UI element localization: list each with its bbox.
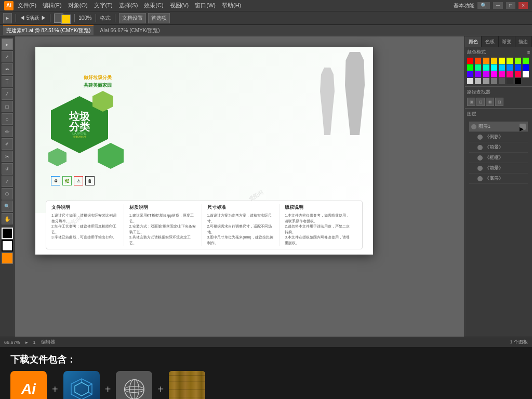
color-blue-medium[interactable] [515, 64, 521, 71]
doc-settings-btn[interactable]: 文档设置 [119, 13, 146, 23]
paintbrush-tool[interactable]: ✏ [2, 126, 13, 137]
color-swatch[interactable] [2, 252, 13, 264]
menu-text[interactable]: 文字(T) [94, 2, 113, 9]
layer-foreground-2[interactable]: 《前景》 [469, 163, 528, 174]
layer-1-eye[interactable] [471, 124, 476, 129]
pen-tool[interactable]: ✒ [2, 63, 13, 75]
color-blue[interactable] [523, 64, 529, 71]
color-purple[interactable] [483, 71, 489, 77]
rect-tool[interactable]: □ [2, 101, 13, 112]
menu-view[interactable]: 视图(V) [170, 2, 189, 9]
color-yellow[interactable] [499, 58, 505, 64]
color-blue-violet[interactable] [467, 71, 473, 77]
blend-tool[interactable]: ⬡ [2, 188, 13, 200]
distribute-btn[interactable]: ⊡ [495, 98, 503, 106]
menu-edit[interactable]: 编辑(E) [43, 2, 62, 9]
preferences-btn[interactable]: 首选项 [148, 13, 170, 23]
color-sky-blue[interactable] [499, 64, 505, 71]
maximize-btn[interactable]: □ [506, 2, 515, 9]
color-gray-dark[interactable] [499, 78, 505, 84]
direct-select-tool[interactable]: ↗ [2, 51, 13, 62]
color-cyan[interactable] [491, 64, 497, 71]
color-light-green[interactable] [515, 58, 521, 64]
color-orange[interactable] [483, 58, 489, 64]
color-charcoal[interactable] [507, 78, 513, 84]
doc-tab-2[interactable]: AIai 66.67% (CMYK/预览) [97, 26, 163, 35]
layer-frame[interactable]: 《框框》 [469, 153, 528, 163]
color-deep-pink[interactable] [507, 71, 513, 77]
layer-fg1-eye[interactable] [477, 145, 483, 150]
small-hex-3 [48, 148, 66, 166]
color-gray[interactable] [483, 78, 489, 84]
window-controls: 基本功能 🔍 ─ □ × [454, 2, 528, 9]
line-tool[interactable]: ∕ [2, 88, 13, 100]
menu-effect[interactable]: 效果(C) [144, 2, 163, 9]
menu-select[interactable]: 选择(S) [119, 2, 138, 9]
close-btn[interactable]: × [518, 2, 528, 9]
menu-object[interactable]: 对象(O) [68, 2, 88, 9]
select-tool-btn[interactable]: ▸ [3, 13, 12, 23]
max-inner [63, 371, 100, 399]
color-crimson[interactable] [515, 71, 521, 77]
color-green-light[interactable] [523, 58, 529, 64]
color-spring-green[interactable] [475, 64, 481, 71]
color-gray-medium[interactable] [491, 78, 497, 84]
scissors-tool[interactable]: ✂ [2, 151, 13, 162]
rotate-tool[interactable]: ↺ [2, 163, 13, 175]
color-light-gray[interactable] [467, 78, 473, 84]
color-yellow-orange[interactable] [491, 58, 497, 64]
fill-color[interactable] [2, 228, 13, 239]
max-file-icon[interactable] [63, 371, 100, 399]
tab-swatches[interactable]: 色板 [482, 36, 498, 47]
layer-frame-eye[interactable] [477, 155, 483, 161]
color-cornflower[interactable] [507, 64, 513, 71]
layer-base-eye[interactable] [477, 176, 483, 181]
color-yellow-green[interactable] [507, 58, 513, 64]
type-tool[interactable]: T [2, 76, 13, 87]
color-violet[interactable] [475, 71, 481, 77]
layer-base[interactable]: 《底层》 [469, 174, 528, 184]
globe-file-icon[interactable] [116, 371, 152, 399]
doc-tab-1[interactable]: 完建素#1.ai @ 82.51% (CMYK/预览) [3, 25, 94, 35]
color-orange-red[interactable] [475, 58, 481, 64]
align-center-btn[interactable]: ⊟ [476, 98, 485, 106]
document-canvas[interactable]: 做好垃圾分类 共建美丽家园 垃圾 分类 LAJIFENL 按标准标准 [35, 47, 373, 255]
selection-tool[interactable]: ▸ [2, 38, 13, 50]
color-menu-btn[interactable]: ≡ [527, 50, 530, 55]
ellipse-tool[interactable]: ○ [2, 113, 13, 125]
layer-1[interactable]: 图层1 ▸ [469, 122, 528, 132]
color-green[interactable] [467, 64, 473, 71]
ai-file-icon[interactable]: Ai [10, 371, 47, 399]
file-section-title: 文件说明 [51, 204, 119, 211]
menu-help[interactable]: 帮助(H) [222, 2, 241, 9]
tab-stroke[interactable]: 描边 [515, 36, 532, 47]
zoom-tool[interactable]: 🔍 [2, 201, 13, 212]
wood-texture-icon[interactable] [169, 371, 205, 399]
color-white[interactable] [523, 71, 529, 77]
stroke-color[interactable] [2, 240, 13, 251]
layer-shadow[interactable]: 《倒影》 [469, 132, 528, 142]
align-left-btn[interactable]: ⊞ [467, 98, 475, 106]
color-red[interactable] [467, 58, 473, 64]
layer-fg2-eye[interactable] [477, 166, 483, 171]
color-black[interactable] [515, 78, 521, 84]
color-gray-light[interactable] [475, 78, 481, 84]
menu-window[interactable]: 窗口(W) [195, 2, 216, 9]
color-hot-pink[interactable] [499, 71, 505, 77]
layer-shadow-eye[interactable] [477, 135, 483, 140]
search-icon[interactable]: 🔍 [477, 2, 490, 9]
pencil-tool[interactable]: ✐ [2, 138, 13, 150]
tab-color[interactable]: 颜色 [465, 36, 482, 47]
minimize-btn[interactable]: ─ [493, 2, 503, 9]
status-artboard: ▸ [25, 340, 28, 345]
menu-file[interactable]: 文件(F) [18, 2, 36, 9]
align-right-btn[interactable]: ⊠ [486, 98, 494, 106]
layer-foreground-1[interactable]: 《前景》 [469, 142, 528, 153]
scale-tool[interactable]: ⤢ [2, 176, 13, 187]
hand-tool[interactable]: ✋ [2, 213, 13, 224]
color-magenta[interactable] [491, 71, 497, 77]
layer-1-expand[interactable]: ▸ [520, 124, 526, 130]
color-turquoise[interactable] [483, 64, 489, 71]
tab-gradient[interactable]: 渐变 [499, 36, 515, 47]
fill-btn[interactable] [61, 15, 71, 24]
